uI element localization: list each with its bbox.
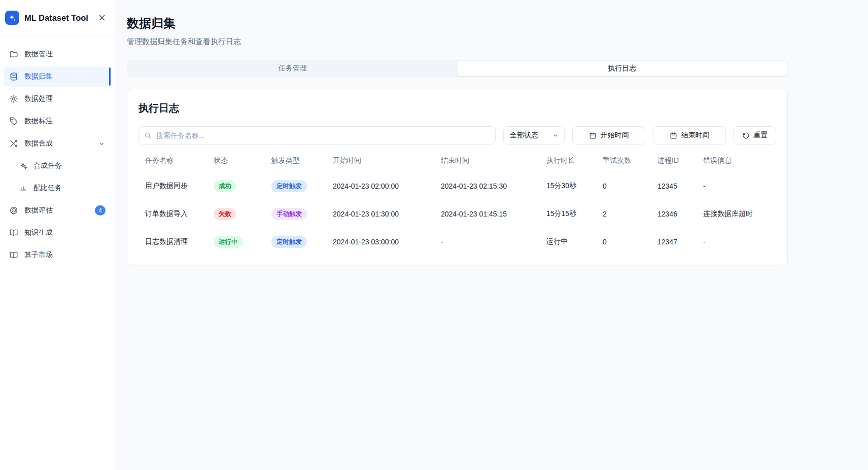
end-time-button[interactable]: 结束时间 xyxy=(653,126,726,144)
execution-log-table: 任务名称状态触发类型开始时间结束时间执行时长重试次数进程ID错误信息 用户数据同… xyxy=(138,150,776,256)
task-name-cell: 订单数据导入 xyxy=(138,200,210,228)
calendar-icon xyxy=(589,132,597,139)
chevron-down-icon xyxy=(552,132,559,139)
column-header: 重试次数 xyxy=(599,150,653,172)
process-id-cell: 12345 xyxy=(653,172,699,200)
sidebar-item-ratio-task[interactable]: 配比任务 xyxy=(4,178,111,198)
start-time-cell: 2024-01-23 01:30:00 xyxy=(329,200,437,228)
sidebar-item-label: 数据标注 xyxy=(24,117,53,126)
status-filter-select[interactable]: 全部状态 xyxy=(503,126,565,144)
column-header: 执行时长 xyxy=(542,150,599,172)
database-icon xyxy=(9,72,18,81)
start-time-cell: 2024-01-23 02:00:00 xyxy=(329,172,437,200)
app-logo-icon xyxy=(5,11,19,25)
folder-icon xyxy=(9,50,18,59)
chevron-down-icon xyxy=(98,140,106,148)
sidebar-item-data-annotation[interactable]: 数据标注 xyxy=(4,111,111,131)
sidebar-item-label: 算子市场 xyxy=(24,250,53,260)
column-header: 错误信息 xyxy=(699,150,776,172)
sidebar-item-label: 合成任务 xyxy=(33,161,62,170)
column-header: 触发类型 xyxy=(267,150,329,172)
search-icon xyxy=(144,132,152,139)
column-header: 状态 xyxy=(210,150,267,172)
retry-count-cell: 0 xyxy=(599,172,653,200)
retry-count-cell: 2 xyxy=(599,200,653,228)
status-badge: 失败 xyxy=(214,208,236,220)
reset-button[interactable]: 重置 xyxy=(734,126,776,144)
search-input[interactable] xyxy=(138,126,496,144)
log-row: 订单数据导入失败手动触发2024-01-23 01:30:002024-01-2… xyxy=(138,200,776,228)
sidebar: ML Dataset Tool 数据管理数据归集数据处理数据标注数据合成合成任务… xyxy=(0,0,115,470)
trigger-type-badge: 定时触发 xyxy=(271,236,307,248)
sidebar-item-label: 数据评估 xyxy=(24,206,53,215)
sidebar-item-label: 数据归集 xyxy=(24,72,53,81)
column-header: 结束时间 xyxy=(437,150,542,172)
close-icon xyxy=(97,13,107,22)
sidebar-item-knowledge-generation[interactable]: 知识生成 xyxy=(4,223,111,243)
duration-cell: 15分30秒 xyxy=(542,172,599,200)
status-cell: 失败 xyxy=(210,200,267,228)
app-title: ML Dataset Tool xyxy=(24,13,91,23)
task-name-cell: 日志数据清理 xyxy=(138,228,210,256)
sidebar-item-operator-market[interactable]: 算子市场 xyxy=(4,245,111,265)
sidebar-item-data-collection[interactable]: 数据归集 xyxy=(4,66,111,87)
tab-execution-logs[interactable]: 执行日志 xyxy=(458,61,787,76)
sidebar-item-data-evaluation[interactable]: 数据评估4 xyxy=(4,200,111,221)
filters-toolbar: 全部状态 开始时间 xyxy=(138,126,776,144)
column-header: 任务名称 xyxy=(138,150,210,172)
sidebar-item-data-processing[interactable]: 数据处理 xyxy=(4,89,111,109)
tab-task-management[interactable]: 任务管理 xyxy=(128,61,458,76)
retry-count-cell: 0 xyxy=(599,228,653,256)
gear-icon xyxy=(9,94,18,103)
sidebar-item-synthesis-task[interactable]: 合成任务 xyxy=(4,156,111,176)
start-time-cell: 2024-01-23 03:00:00 xyxy=(329,228,437,256)
status-filter-value: 全部状态 xyxy=(510,131,538,140)
sidebar-item-label: 数据处理 xyxy=(24,94,53,103)
sidebar-close-button[interactable] xyxy=(96,12,108,23)
sidebar-header: ML Dataset Tool xyxy=(0,0,115,36)
end-time-cell: 2024-01-23 01:45:15 xyxy=(437,200,542,228)
status-cell: 成功 xyxy=(210,172,267,200)
sidebar-item-label: 配比任务 xyxy=(33,184,62,193)
reset-label: 重置 xyxy=(754,131,768,140)
column-header: 开始时间 xyxy=(329,150,437,172)
table-header: 任务名称状态触发类型开始时间结束时间执行时长重试次数进程ID错误信息 xyxy=(138,150,776,172)
log-row: 日志数据清理运行中定时触发2024-01-23 03:00:00-运行中0123… xyxy=(138,228,776,256)
tag-icon xyxy=(9,117,18,126)
sidebar-item-label: 数据管理 xyxy=(24,50,53,59)
error-message-cell: - xyxy=(699,172,776,200)
start-time-label: 开始时间 xyxy=(601,131,629,140)
content-container: 数据归集 管理数据归集任务和查看执行日志 任务管理执行日志 执行日志 全部状态 xyxy=(127,15,788,265)
sparkles-icon xyxy=(19,162,27,170)
trigger-type-badge: 定时触发 xyxy=(271,180,307,192)
execution-logs-card: 执行日志 全部状态 xyxy=(127,89,788,265)
status-badge: 成功 xyxy=(214,180,236,192)
bar-chart-icon xyxy=(19,184,27,192)
table-body: 用户数据同步成功定时触发2024-01-23 02:00:002024-01-2… xyxy=(138,172,776,256)
end-time-label: 结束时间 xyxy=(681,131,710,140)
trigger-type-badge: 手动触发 xyxy=(271,208,307,220)
app-root: ML Dataset Tool 数据管理数据归集数据处理数据标注数据合成合成任务… xyxy=(0,0,868,470)
reset-icon xyxy=(742,132,750,139)
process-id-cell: 12346 xyxy=(653,200,699,228)
page-title: 数据归集 xyxy=(127,15,788,31)
duration-cell: 15分15秒 xyxy=(542,200,599,228)
end-time-cell: - xyxy=(437,228,542,256)
end-time-cell: 2024-01-23 02:15:30 xyxy=(437,172,542,200)
status-cell: 运行中 xyxy=(210,228,267,256)
sidebar-item-label: 知识生成 xyxy=(24,228,53,237)
card-title: 执行日志 xyxy=(138,101,776,115)
sidebar-item-data-synthesis[interactable]: 数据合成 xyxy=(4,133,111,154)
sidebar-item-label: 数据合成 xyxy=(24,139,53,148)
calendar-icon xyxy=(670,132,677,139)
task-name-cell: 用户数据同步 xyxy=(138,172,210,200)
sidebar-item-data-management[interactable]: 数据管理 xyxy=(4,44,111,64)
main-content: 数据归集 管理数据归集任务和查看执行日志 任务管理执行日志 执行日志 全部状态 xyxy=(115,0,868,470)
log-row: 用户数据同步成功定时触发2024-01-23 02:00:002024-01-2… xyxy=(138,172,776,200)
book-open-icon xyxy=(9,250,18,260)
process-id-cell: 12347 xyxy=(653,228,699,256)
sidebar-nav: 数据管理数据归集数据处理数据标注数据合成合成任务配比任务数据评估4知识生成算子市… xyxy=(0,36,115,275)
start-time-button[interactable]: 开始时间 xyxy=(572,126,645,144)
search-box xyxy=(138,126,496,144)
error-message-cell: - xyxy=(699,228,776,256)
